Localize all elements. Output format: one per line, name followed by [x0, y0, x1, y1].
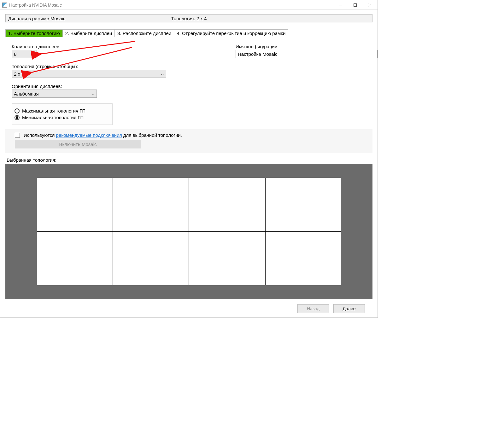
minimize-button[interactable] — [333, 0, 348, 10]
topology-select[interactable]: 2 x 4 — [12, 70, 166, 78]
topology-value: 2 x 4 — [14, 71, 24, 77]
close-button[interactable] — [362, 0, 377, 10]
form-area: Количество дисплеев: 8 Топология (строки… — [5, 44, 372, 125]
rec-suffix: для выбранной топологии. — [123, 132, 182, 138]
config-name-label: Имя конфигурации — [236, 44, 378, 49]
topology-label: Топология (строки x столбцы): — [12, 64, 166, 69]
header-mode-label: Дисплеи в режиме Mosaic — [8, 16, 65, 21]
display-count-select[interactable]: 8 — [12, 50, 37, 58]
app-icon — [2, 3, 7, 8]
recommended-link[interactable]: рекомендуемые подключения — [56, 132, 122, 138]
window-title: Настройка NVIDIA Mosaic — [9, 3, 62, 8]
tab-overlap[interactable]: 4. Отрегулируйте перекрытие и коррекцию … — [174, 29, 288, 37]
radio-icon — [15, 108, 20, 113]
window-controls — [333, 0, 377, 10]
chevron-down-icon — [91, 91, 95, 96]
recommended-checkbox[interactable] — [15, 133, 20, 138]
recommended-box: Используются рекомендуемые подключения д… — [5, 129, 372, 153]
orientation-value: Альбомная — [14, 91, 39, 96]
svg-rect-1 — [354, 3, 357, 6]
display-cell — [113, 232, 189, 286]
rec-prefix: Используются — [24, 132, 55, 138]
chevron-down-icon — [32, 51, 35, 57]
display-cell — [266, 232, 341, 286]
radio-max-gpu[interactable]: Максимальная топология ГП — [15, 108, 110, 113]
selected-topology-label: Выбранная топология: — [5, 157, 372, 163]
display-grid — [37, 178, 341, 285]
gpu-topology-group: Максимальная топология ГП Минимальная то… — [12, 103, 113, 125]
display-cell — [266, 178, 341, 231]
orientation-label: Ориентация дисплеев: — [12, 84, 166, 89]
chevron-down-icon — [161, 71, 164, 77]
tab-displays[interactable]: 2. Выберите дисплеи — [62, 29, 115, 37]
enable-mosaic-button[interactable]: Включить Mosaic — [15, 140, 141, 148]
display-cell — [189, 178, 265, 231]
mosaic-window: Настройка NVIDIA Mosaic Дисплеи в режиме… — [0, 0, 378, 318]
radio-min-label: Минимальная топология ГП — [22, 115, 84, 120]
display-cell — [189, 232, 265, 286]
display-count-value: 8 — [14, 51, 16, 57]
display-cell — [37, 232, 113, 286]
maximize-button[interactable] — [348, 0, 362, 10]
footer: Назад Далее — [5, 299, 372, 317]
tab-arrange[interactable]: 3. Расположите дисплеи — [114, 29, 174, 37]
radio-max-label: Максимальная топология ГП — [22, 108, 85, 113]
header-topology-label: Топология: 2 x 4 — [171, 16, 207, 21]
wizard-tabs: 1. Выберите топологию 2. Выберите диспле… — [5, 29, 372, 37]
topology-preview — [5, 164, 372, 299]
right-column: Имя конфигурации Настройка Mosaic — [236, 44, 378, 125]
display-count-label: Количество дисплеев: — [12, 44, 166, 49]
tab-topology[interactable]: 1. Выберите топологию — [5, 29, 63, 37]
titlebar: Настройка NVIDIA Mosaic — [0, 0, 378, 10]
radio-min-gpu[interactable]: Минимальная топология ГП — [15, 115, 110, 120]
header-bar: Дисплеи в режиме Mosaic Топология: 2 x 4 — [5, 14, 372, 22]
left-column: Количество дисплеев: 8 Топология (строки… — [12, 44, 166, 125]
display-cell — [113, 178, 189, 231]
radio-icon — [15, 115, 20, 120]
display-cell — [37, 178, 113, 231]
recommended-text: Используются рекомендуемые подключения д… — [24, 132, 182, 138]
config-name-value: Настройка Mosaic — [238, 51, 278, 57]
orientation-select[interactable]: Альбомная — [12, 90, 97, 98]
back-button[interactable]: Назад — [297, 304, 329, 313]
config-name-input[interactable]: Настройка Mosaic — [236, 50, 378, 58]
next-button[interactable]: Далее — [333, 304, 365, 313]
content-area: Дисплеи в режиме Mosaic Топология: 2 x 4… — [0, 10, 378, 317]
